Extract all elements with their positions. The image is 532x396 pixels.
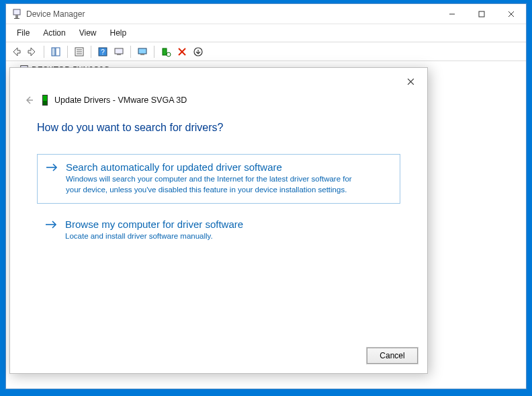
menu-file[interactable]: File (10, 26, 36, 40)
scan-hardware-icon[interactable] (112, 44, 126, 59)
svg-rect-18 (140, 54, 144, 55)
dialog-subtitle: Update Drivers - VMware SVGA 3D (54, 95, 187, 105)
window-controls (437, 4, 526, 24)
option-desc: Locate and install driver software manua… (65, 231, 243, 242)
properties-icon[interactable] (72, 44, 87, 59)
option-desc: Windows will search your computer and th… (66, 174, 355, 195)
show-hide-console-icon[interactable] (48, 44, 63, 59)
dialog-close-button[interactable] (402, 73, 419, 90)
svg-rect-2 (14, 18, 19, 19)
dialog-question: How do you want to search for drivers? (37, 122, 400, 134)
maximize-button[interactable] (467, 4, 496, 24)
svg-rect-1 (15, 15, 18, 18)
update-drivers-dialog: Update Drivers - VMware SVGA 3D How do y… (9, 67, 428, 374)
minimize-button[interactable] (437, 4, 467, 24)
titlebar: Device Manager (6, 4, 526, 24)
option-search-automatically[interactable]: Search automatically for updated driver … (37, 154, 400, 204)
uninstall-device-icon[interactable] (159, 44, 173, 59)
menu-action[interactable]: Action (36, 26, 72, 40)
option-title: Search automatically for updated driver … (66, 161, 355, 173)
update-driver-icon[interactable] (135, 44, 150, 59)
svg-rect-0 (13, 9, 20, 15)
dialog-titlebar (10, 68, 427, 95)
option-title: Browse my computer for driver software (65, 219, 243, 230)
help-icon[interactable]: ? (95, 44, 110, 59)
arrow-right-icon (46, 163, 58, 195)
back-arrow-icon[interactable] (22, 93, 36, 107)
svg-rect-8 (56, 48, 60, 56)
menu-view[interactable]: View (73, 26, 103, 40)
menu-help[interactable]: Help (103, 26, 134, 40)
svg-rect-15 (115, 48, 123, 54)
toolbar: ? (6, 42, 526, 61)
device-icon (42, 95, 48, 106)
svg-rect-19 (163, 48, 167, 55)
arrow-right-icon (45, 220, 57, 242)
forward-icon[interactable] (25, 44, 40, 59)
svg-rect-16 (117, 54, 121, 55)
close-button[interactable] (496, 4, 526, 24)
option-browse-my-computer[interactable]: Browse my computer for driver software L… (37, 212, 400, 250)
svg-point-20 (167, 52, 171, 56)
back-icon[interactable] (9, 44, 24, 59)
cancel-button[interactable]: Cancel (367, 348, 418, 364)
svg-text:?: ? (101, 48, 105, 56)
svg-rect-4 (479, 11, 484, 17)
svg-rect-17 (138, 48, 146, 54)
svg-rect-7 (52, 48, 55, 56)
enable-device-icon[interactable] (191, 44, 206, 59)
disable-device-icon[interactable] (175, 44, 189, 59)
window-title: Device Manager (26, 9, 437, 19)
app-icon (11, 9, 22, 19)
dialog-body: How do you want to search for drivers? S… (10, 107, 427, 341)
dialog-footer: Cancel (10, 341, 427, 373)
dialog-header: Update Drivers - VMware SVGA 3D (10, 93, 427, 107)
menu-bar: File Action View Help (6, 24, 526, 42)
